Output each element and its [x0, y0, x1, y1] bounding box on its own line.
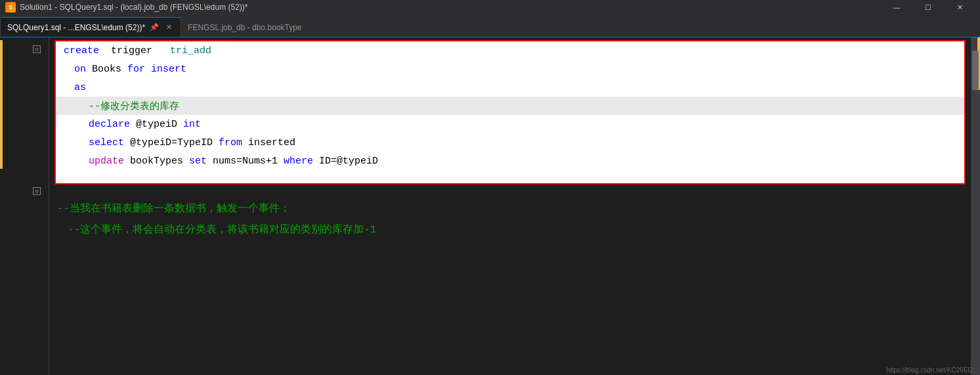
line-gutter: ⊟ ⊟	[0, 37, 49, 375]
gutter-line-9: ⊟	[0, 182, 49, 200]
gutter-line-2	[0, 58, 49, 77]
tab-label: SQLQuery1.sql - ...ENGSL\edum (52))*	[7, 23, 145, 32]
bottom-comment-2: --这个事件，将会自动在分类表，将该书籍对应的类别的库存加-1	[68, 223, 376, 236]
kw-for: for	[127, 64, 145, 75]
gutter-line-3	[0, 77, 49, 95]
watermark: https://blog.csdn.net/KC26EI2...	[886, 366, 979, 374]
gutter-line-7	[0, 150, 49, 169]
kw-insert: insert	[151, 64, 186, 75]
tab-bar: SQLQuery1.sql - ...ENGSL\edum (52))* 📌 ✕…	[0, 14, 980, 37]
tab-sqlquery[interactable]: SQLQuery1.sql - ...ENGSL\edum (52))* 📌 ✕	[0, 17, 181, 37]
kw-select: select	[89, 137, 124, 148]
comment-1: --修改分类表的库存	[89, 100, 179, 112]
kw-declare: declare	[89, 119, 130, 130]
bottom-line-1: --当我在书籍表删除一条数据书，触发一个事件：	[49, 198, 971, 219]
kw-create: create	[64, 45, 99, 56]
gutter-line-5	[0, 114, 49, 132]
code-line-2: on Books for insert	[56, 60, 964, 78]
code-editor[interactable]: create trigger tri_add on Books for inse…	[49, 37, 971, 375]
app-icon: S	[5, 2, 16, 12]
fold-icon-1[interactable]: ⊟	[33, 45, 41, 53]
maximize-button[interactable]: ☐	[913, 0, 943, 14]
scrollbar-thumb[interactable]	[972, 51, 979, 90]
editor-container: ⊟ ⊟ create	[0, 37, 980, 375]
code-line-6: select @typeiD=TypeID from inserted	[56, 133, 964, 152]
bottom-comment-1: --当我在书籍表删除一条数据书，触发一个事件：	[57, 202, 290, 215]
tab-close-icon[interactable]: ✕	[163, 22, 174, 33]
kw-on: on	[74, 64, 86, 75]
kw-int: int	[183, 119, 201, 130]
kw-from: from	[219, 137, 242, 148]
kw-update: update	[89, 156, 124, 167]
bottom-code-section: --当我在书籍表删除一条数据书，触发一个事件： --这个事件，将会自动在分类表，…	[49, 198, 971, 240]
gutter-line-10	[0, 200, 49, 219]
code-line-1: create trigger tri_add	[56, 41, 964, 60]
kw-triname: tri_add	[170, 45, 211, 56]
code-line-7: update bookTypes set nums=Nums+1 where I…	[56, 152, 964, 170]
close-button[interactable]: ✕	[945, 0, 975, 14]
highlighted-code-block: create trigger tri_add on Books for inse…	[54, 40, 966, 185]
kw-where: where	[284, 156, 313, 167]
vertical-scrollbar[interactable]	[971, 37, 980, 375]
gutter-line-8	[0, 169, 49, 182]
code-line-3: as	[56, 78, 964, 97]
spacer-line	[49, 185, 971, 198]
gutter-line-4	[0, 95, 49, 114]
fold-icon-2[interactable]: ⊟	[33, 187, 41, 195]
code-line-empty	[56, 170, 964, 183]
kw-set: set	[189, 156, 207, 167]
gutter-line-6	[0, 132, 49, 150]
code-line-4: --修改分类表的库存	[56, 97, 964, 115]
window-controls: — ☐ ✕	[882, 0, 975, 14]
bottom-line-2: --这个事件，将会自动在分类表，将该书籍对应的类别的库存加-1	[49, 219, 971, 240]
code-line-5: declare @typeiD int	[56, 115, 964, 133]
title-bar: S Solution1 - SQLQuery1.sql - (local).jo…	[0, 0, 980, 14]
tab-pin-icon[interactable]: 📌	[149, 22, 160, 33]
window-title: Solution1 - SQLQuery1.sql - (local).job_…	[20, 3, 247, 12]
kw-as: as	[74, 82, 86, 93]
tab-label: FENGSL.job_db - dbo.bookType	[188, 23, 301, 32]
minimize-button[interactable]: —	[882, 0, 912, 14]
tab-booktype[interactable]: FENGSL.job_db - dbo.bookType	[181, 17, 308, 37]
gutter-line-1: ⊟	[0, 40, 49, 58]
